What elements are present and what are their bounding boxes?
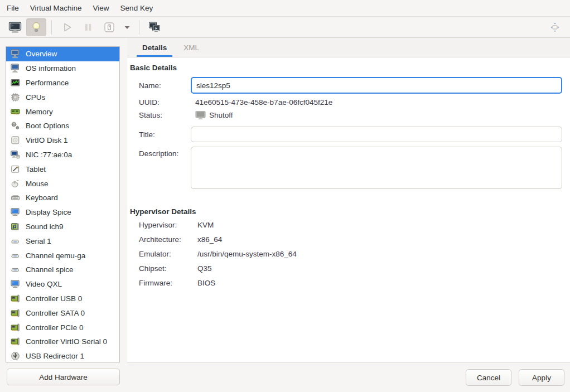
sidebar-item-label: Display Spice [26,208,71,216]
fullscreen-icon [548,21,562,34]
hypervisor-row-value: /usr/bin/qemu-system-x86_64 [191,250,297,258]
sidebar-item-label: CPUs [26,93,45,101]
display-icon [9,279,21,289]
sidebar-item-controller-usb-0[interactable]: Controller USB 0 [6,292,119,306]
sidebar-item-sound-ich9[interactable]: Sound ich9 [6,220,119,234]
hypervisor-row-hypervisor: Hypervisor:KVM [130,221,562,229]
keyboard-icon [9,193,21,202]
sidebar-item-memory[interactable]: Memory [6,104,119,119]
sidebar-item-label: Mouse [26,180,49,188]
sidebar-item-keyboard[interactable]: Keyboard [6,191,119,205]
sidebar-item-performance[interactable]: Performance [6,76,119,90]
menu-view[interactable]: View [88,0,115,16]
sidebar-item-controller-virtio-serial-0[interactable]: Controller VirtIO Serial 0 [6,335,119,349]
sidebar-item-usb-redirector-1[interactable]: USB Redirector 1 [6,349,119,362]
hypervisor-row-firmware: Firmware:BIOS [130,279,562,287]
sidebar-item-cpus[interactable]: CPUs [6,90,119,104]
hypervisor-row-value: x86_64 [191,235,222,244]
show-console-button[interactable] [5,18,25,36]
hypervisor-row-label: Architecture: [139,235,191,244]
sidebar-item-overview[interactable]: Overview [6,47,119,61]
hypervisor-details-heading: Hypervisor Details [130,207,562,216]
title-input[interactable] [191,127,562,142]
console-windows-button[interactable] [144,18,165,36]
sidebar-item-label: Controller PCIe 0 [26,323,84,332]
sidebar-item-label: Controller VirtIO Serial 0 [26,337,107,346]
hypervisor-row-label: Firmware: [139,279,191,287]
hardware-list: OverviewOS informationPerformanceCPUsMem… [6,46,120,362]
toolbar [0,17,570,38]
show-hardware-details-button[interactable] [26,18,46,36]
sidebar-item-video-qxl[interactable]: Video QXL [6,277,119,292]
sidebar-item-label: OS information [26,64,76,72]
sidebar-item-label: USB Redirector 1 [26,352,84,360]
sidebar-item-label: Performance [26,79,69,87]
display-icon [9,207,21,217]
tablet-icon [9,164,21,174]
serial-icon [9,251,21,260]
shutdown-menu-button[interactable] [120,18,134,36]
virt-manager-window: File Virtual Machine View Send Key [0,0,570,392]
sidebar-item-controller-pcie-0[interactable]: Controller PCIe 0 [6,320,119,335]
basic-details-heading: Basic Details [130,64,562,72]
name-input[interactable] [191,77,562,94]
hypervisor-row-value: KVM [191,221,214,229]
hypervisor-row-value: BIOS [191,279,215,287]
mouse-icon [9,179,21,188]
dual-monitor-icon [148,21,161,34]
status-value: Shutoff [209,111,233,119]
sidebar-item-label: NIC :77:ae:0a [26,151,72,159]
hypervisor-row-chipset: Chipset:Q35 [130,264,562,273]
sidebar-item-serial-1[interactable]: Serial 1 [6,234,119,248]
sidebar-item-controller-sata-0[interactable]: Controller SATA 0 [6,306,119,320]
sidebar-item-label: Serial 1 [26,237,51,245]
sidebar-item-boot-options[interactable]: Boot Options [6,119,119,133]
add-hardware-button[interactable]: Add Hardware [7,369,120,385]
menubar: File Virtual Machine View Send Key [0,0,570,17]
menu-file[interactable]: File [1,0,25,16]
sidebar-item-label: Boot Options [26,122,69,130]
sound-icon [9,222,21,231]
description-input[interactable] [191,147,562,189]
hypervisor-row-label: Emulator: [139,250,191,258]
sidebar-item-nic-77-ae-0a[interactable]: NIC :77:ae:0a [6,148,119,162]
fullscreen-button[interactable] [545,18,565,36]
uuid-value: 41e60515-473e-458e-b7ae-06fcf045f21e [191,98,332,107]
caret-down-icon [123,23,132,32]
gears-icon [9,121,21,130]
status-label: Status: [139,111,191,119]
controller-icon [9,294,21,303]
description-label: Description: [139,147,191,158]
hypervisor-row-emulator: Emulator:/usr/bin/qemu-system-x86_64 [130,250,562,258]
sidebar-item-os-information[interactable]: OS information [6,61,119,76]
apply-button[interactable]: Apply [519,369,564,386]
hypervisor-row-label: Hypervisor: [139,221,191,229]
sidebar-item-label: Sound ich9 [26,222,64,231]
tab-details[interactable]: Details [137,38,172,57]
details-content: Basic Details Name: UUID: 41e60515-473e-… [127,57,570,362]
usb-icon [9,351,21,361]
cpu-icon [9,93,21,102]
tab-xml[interactable]: XML [178,38,205,57]
menu-send-key[interactable]: Send Key [115,0,159,16]
run-button[interactable] [57,18,77,36]
shutdown-button[interactable] [99,18,119,36]
sidebar-item-virtio-disk-1[interactable]: VirtIO Disk 1 [6,133,119,148]
serial-icon [9,265,21,274]
pause-button[interactable] [78,18,98,36]
action-footer: Cancel Apply [127,362,570,392]
sidebar-item-label: VirtIO Disk 1 [26,136,68,144]
toolbar-separator [51,20,52,35]
sidebar-item-mouse[interactable]: Mouse [6,176,119,191]
menu-virtual-machine[interactable]: Virtual Machine [25,0,88,16]
cancel-button[interactable]: Cancel [466,369,511,386]
uuid-label: UUID: [139,98,191,107]
sidebar-item-display-spice[interactable]: Display Spice [6,205,119,220]
serial-icon [9,236,21,246]
performance-icon [9,78,21,88]
sidebar-item-channel-spice[interactable]: Channel spice [6,263,119,277]
disk-icon [9,135,21,145]
sidebar-item-tablet[interactable]: Tablet [6,162,119,176]
nic-icon [9,150,21,159]
sidebar-item-channel-qemu-ga[interactable]: Channel qemu-ga [6,248,119,263]
